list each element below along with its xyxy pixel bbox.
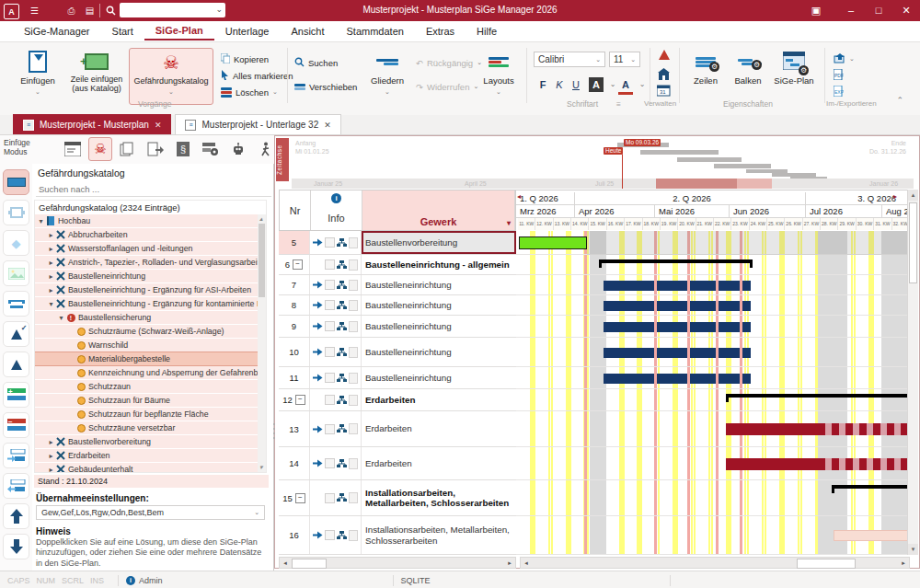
row-number-cell[interactable]: 14 [279, 447, 310, 479]
export-pdf-button[interactable]: PDF [834, 68, 844, 83]
overview-viewport[interactable] [656, 179, 737, 189]
tree-item[interactable]: Materialübergabestelle [35, 352, 266, 365]
tree-chevron-icon[interactable]: ▾ [37, 217, 45, 225]
frame-button[interactable] [3, 200, 29, 225]
menu-tab-ansicht[interactable]: Ansicht [280, 23, 335, 40]
column-header-nr[interactable]: Nr [280, 190, 311, 230]
gewerk-cell[interactable]: Baustellenvorbereitung [362, 231, 516, 254]
task-bar-red[interactable] [726, 423, 818, 435]
underline-button[interactable]: U [569, 77, 583, 92]
robot-button[interactable] [226, 137, 250, 161]
row-info-cell[interactable] [310, 338, 362, 366]
task-bar-red-striped[interactable] [818, 423, 909, 435]
row-info-cell[interactable] [310, 231, 362, 254]
menu-tab-start[interactable]: Start [101, 23, 144, 40]
cone-button[interactable] [3, 352, 29, 377]
summary-bar[interactable] [599, 259, 753, 263]
tree-item[interactable]: ▸Erdarbeiten [35, 449, 266, 462]
gefaehrdungskatalog-button[interactable]: ☠ Gefährdungskatalog⌄ [129, 48, 213, 105]
verschieben-button[interactable]: Verschieben [294, 79, 357, 94]
bars-settings-button[interactable] [199, 137, 223, 161]
table-row[interactable]: 14Erdarbeiten [279, 447, 516, 480]
timeline-axis-tab[interactable]: Zeitachse [276, 138, 289, 181]
collapse-icon[interactable]: − [295, 395, 305, 405]
list-panel-button[interactable] [61, 137, 85, 161]
layouts-button[interactable]: Layouts⌄ [478, 48, 519, 105]
timeline-nav-left-icon[interactable]: ◂ [517, 192, 521, 201]
scroll-right-icon[interactable]: ▸ [504, 558, 515, 568]
table-row[interactable]: 8Baustelleneinrichtung [279, 295, 516, 316]
alles-markieren-button[interactable]: Alles markieren [221, 68, 293, 83]
image-button[interactable] [3, 260, 29, 286]
building-button[interactable] [657, 68, 671, 82]
gantt-horizontal-scrollbar[interactable]: ◂ ▸ [520, 557, 910, 569]
gewerk-cell[interactable]: Baustelleneinrichtung - allgemein [362, 255, 516, 274]
task-bar-navy[interactable] [742, 348, 751, 358]
tree-item[interactable]: Schutzzäune versetzbar [35, 421, 266, 434]
scroll-left-icon[interactable]: ◂ [521, 558, 532, 568]
quarter-header[interactable]: 2. Q 2026 [575, 192, 806, 205]
tree-item[interactable]: Schutzräume (Schwarz-Weiß-Anlage) [35, 325, 266, 338]
table-row[interactable]: 12−Erdarbeiten [279, 389, 516, 411]
row-number-cell[interactable]: 5 [279, 231, 310, 254]
menu-tab-hilfe[interactable]: Hilfe [466, 23, 508, 40]
hazard-skull-button[interactable]: ☠ [88, 137, 112, 161]
catalog-search-input[interactable] [36, 182, 271, 197]
menu-tab-extras[interactable]: Extras [415, 23, 466, 40]
scroll-right-icon[interactable]: ▸ [898, 558, 909, 568]
row-info-cell[interactable] [310, 389, 362, 410]
import-button[interactable]: ⌄ [834, 52, 855, 66]
chevron-down-icon[interactable]: ⌄ [215, 5, 223, 14]
tree-chevron-icon[interactable]: ▸ [47, 466, 55, 474]
row-checkbox[interactable] [325, 259, 335, 270]
column-header-info[interactable]: i Info [311, 190, 362, 230]
document-tab[interactable]: ≡Musterprojekt - Musterplan✕ [13, 114, 171, 134]
row-number-cell[interactable]: 10 [279, 338, 310, 366]
row-number-cell[interactable]: 11 [279, 367, 310, 388]
task-bar-navy[interactable] [690, 374, 716, 384]
close-button[interactable]: ✕ [894, 3, 918, 18]
highlight-color-button[interactable]: A [589, 77, 604, 92]
sige-plan-properties-button[interactable]: ⚙ SiGe-Plan [771, 48, 817, 105]
gewerk-cell[interactable]: Baustelleneinrichtung [362, 295, 516, 315]
task-bar-navy[interactable] [657, 374, 687, 384]
collapse-icon[interactable]: − [293, 259, 303, 270]
export-page-button[interactable] [144, 137, 167, 161]
month-header[interactable]: Mrz 2026 [516, 205, 575, 218]
row-checkbox[interactable] [325, 373, 335, 383]
quarter-header[interactable]: 1. Q 2026 [516, 192, 575, 205]
row-info-cell[interactable] [310, 411, 362, 446]
row-checkbox[interactable] [325, 347, 335, 357]
table-row[interactable]: 10Baustelleneinrichtung [279, 338, 516, 367]
task-bar-navy[interactable] [604, 374, 654, 384]
paragraph-button[interactable]: § [171, 137, 195, 161]
task-bar-navy[interactable] [690, 322, 716, 332]
column-header-gewerk[interactable]: Gewerk ▾ [362, 190, 515, 230]
scroll-down-icon[interactable]: ▾ [908, 544, 918, 555]
table-row[interactable]: 6−Baustelleneinrichtung - allgemein [279, 255, 516, 275]
row-info-cell[interactable] [310, 295, 362, 315]
tree-chevron-icon[interactable]: ▸ [47, 231, 55, 239]
loeschen-button[interactable]: Löschen⌄ [221, 85, 278, 99]
tree-scrollbar[interactable]: ▴▾ [258, 214, 266, 472]
row-checkbox[interactable] [325, 395, 335, 405]
task-bar-navy[interactable] [719, 301, 740, 311]
task-bar-pale[interactable] [834, 530, 909, 541]
suchen-button[interactable]: Suchen [294, 55, 338, 70]
transfer-settings-select[interactable]: Gew,Gef,Lös,Rgw,Odn,Best,Bem⌄ [36, 505, 265, 520]
summary-bar[interactable] [832, 485, 910, 489]
task-bar-red[interactable] [726, 458, 818, 470]
task-bar-navy[interactable] [690, 301, 716, 311]
task-bar-navy[interactable] [657, 348, 687, 358]
task-bar-navy[interactable] [742, 374, 751, 384]
table-row[interactable]: 7Baustelleneinrichtung [279, 275, 516, 295]
scroll-up-icon[interactable]: ▴ [908, 190, 918, 201]
tree-item[interactable]: ▾Baustelleneinrichtung - Ergänzung für k… [35, 297, 266, 310]
table-horizontal-scrollbar[interactable]: ◂ ▸ [279, 557, 516, 569]
tree-item[interactable]: ▸Abbrucharbeiten [35, 228, 266, 241]
gantt-vertical-scrollbar[interactable]: ▴ ▾ [907, 190, 918, 555]
tree-item[interactable]: Kennzeichnung und Absperrung der Gefahre… [35, 366, 266, 379]
row-checkbox[interactable] [325, 493, 335, 503]
row-number-cell[interactable]: 13 [279, 411, 310, 446]
maximize-button[interactable]: □ [867, 3, 891, 18]
